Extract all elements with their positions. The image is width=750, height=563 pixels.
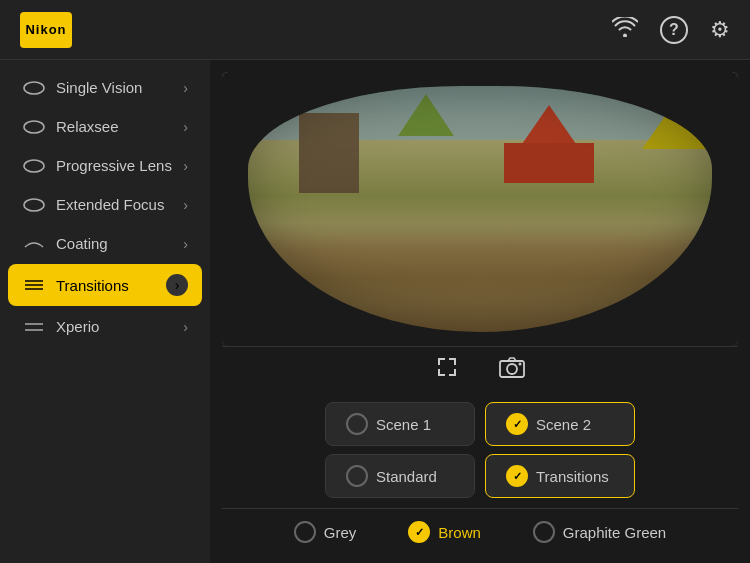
content-area: Scene 1 Scene 2 Standard Transitions	[210, 60, 750, 563]
viewer-controls	[222, 346, 738, 392]
expand-icon[interactable]	[435, 355, 459, 384]
svg-rect-12	[454, 358, 456, 365]
options-area: Scene 1 Scene 2 Standard Transitions	[222, 392, 738, 504]
standard-button[interactable]: Standard	[325, 454, 475, 498]
grey-color-option[interactable]: Grey	[278, 517, 373, 547]
lens-tint-overlay	[222, 72, 738, 346]
sidebar-label: Extended Focus	[56, 196, 173, 213]
grey-label: Grey	[324, 524, 357, 541]
color-options-row: Grey Brown Graphite Green	[222, 508, 738, 551]
transitions-check	[506, 465, 528, 487]
camera-icon[interactable]	[499, 356, 525, 383]
brown-check	[408, 521, 430, 543]
sidebar-label: Progressive Lens	[56, 157, 173, 174]
chevron-active-icon: ›	[166, 274, 188, 296]
sidebar-label: Relaxsee	[56, 118, 173, 135]
single-vision-icon	[22, 81, 46, 95]
svg-point-18	[507, 364, 517, 374]
grey-check	[294, 521, 316, 543]
header: Nikon ? ⚙	[0, 0, 750, 60]
chevron-icon: ›	[183, 319, 188, 335]
help-icon[interactable]: ?	[660, 16, 688, 44]
svg-point-3	[24, 199, 44, 211]
svg-point-0	[24, 82, 44, 94]
scene2-check	[506, 413, 528, 435]
svg-rect-16	[454, 369, 456, 376]
xperio-icon	[22, 320, 46, 334]
sidebar-label: Coating	[56, 235, 173, 252]
brown-label: Brown	[438, 524, 481, 541]
transitions-button[interactable]: Transitions	[485, 454, 635, 498]
progressive-lens-icon	[22, 159, 46, 173]
scene2-button[interactable]: Scene 2	[485, 402, 635, 446]
standard-label: Standard	[376, 468, 437, 485]
main-layout: Single Vision › Relaxsee › Progressive L…	[0, 60, 750, 563]
nikon-logo: Nikon	[20, 12, 72, 48]
sidebar-label: Single Vision	[56, 79, 173, 96]
chevron-icon: ›	[183, 80, 188, 96]
svg-point-1	[24, 121, 44, 133]
svg-rect-10	[438, 358, 440, 365]
svg-point-2	[24, 160, 44, 172]
chevron-icon: ›	[183, 236, 188, 252]
sidebar-item-transitions[interactable]: Transitions ›	[8, 264, 202, 306]
chevron-icon: ›	[183, 119, 188, 135]
extended-focus-icon	[22, 198, 46, 212]
sidebar-item-single-vision[interactable]: Single Vision ›	[8, 69, 202, 106]
sidebar-item-progressive-lens[interactable]: Progressive Lens ›	[8, 147, 202, 184]
svg-point-19	[519, 363, 522, 366]
scene2-label: Scene 2	[536, 416, 591, 433]
scene1-check	[346, 413, 368, 435]
sidebar-item-relaxsee[interactable]: Relaxsee ›	[8, 108, 202, 145]
graphite-green-label: Graphite Green	[563, 524, 666, 541]
sidebar: Single Vision › Relaxsee › Progressive L…	[0, 60, 210, 563]
chevron-icon: ›	[183, 158, 188, 174]
sidebar-item-extended-focus[interactable]: Extended Focus ›	[8, 186, 202, 223]
scene1-button[interactable]: Scene 1	[325, 402, 475, 446]
gear-icon[interactable]: ⚙	[710, 17, 730, 43]
coating-icon	[22, 237, 46, 251]
transitions-icon	[22, 278, 46, 292]
header-icons: ? ⚙	[612, 16, 730, 44]
standard-check	[346, 465, 368, 487]
scene-options-row: Scene 1 Scene 2	[222, 402, 738, 446]
brown-color-option[interactable]: Brown	[392, 517, 497, 547]
lens-viewer	[222, 72, 738, 346]
relaxsee-icon	[22, 120, 46, 134]
sidebar-label: Xperio	[56, 318, 173, 335]
sidebar-item-coating[interactable]: Coating ›	[8, 225, 202, 262]
sidebar-label: Transitions	[56, 277, 156, 294]
graphite-green-check	[533, 521, 555, 543]
lens-options-row: Standard Transitions	[222, 454, 738, 498]
wifi-icon[interactable]	[612, 17, 638, 43]
svg-rect-14	[438, 369, 440, 376]
graphite-green-color-option[interactable]: Graphite Green	[517, 517, 682, 547]
scene1-label: Scene 1	[376, 416, 431, 433]
transitions-label: Transitions	[536, 468, 609, 485]
sidebar-item-xperio[interactable]: Xperio ›	[8, 308, 202, 345]
chevron-icon: ›	[183, 197, 188, 213]
